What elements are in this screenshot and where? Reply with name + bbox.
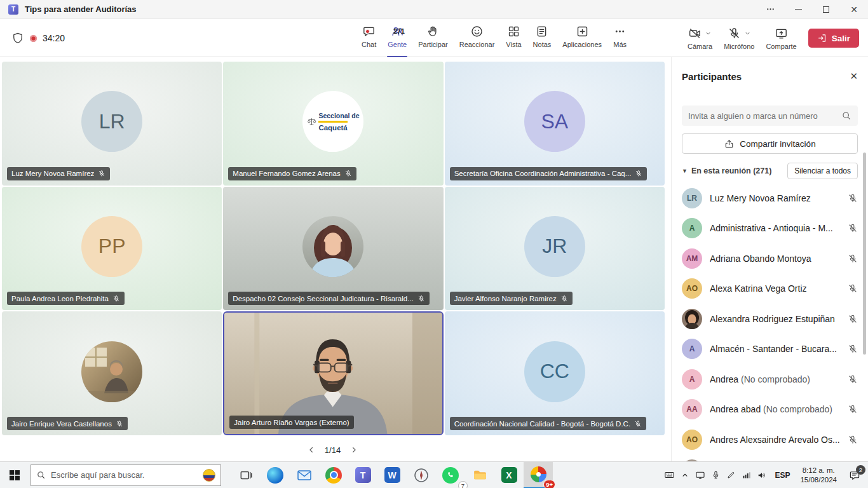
raise-hand-icon	[426, 25, 440, 38]
avatar: A	[682, 218, 702, 238]
close-button[interactable]: ✕	[840, 0, 868, 19]
taskbar-search-input[interactable]	[51, 470, 198, 480]
people-count-badge: 271	[393, 27, 405, 35]
list-item[interactable]: AO Alexa Katrina Vega Ortiz	[672, 274, 868, 304]
taskbar-app-compass[interactable]	[407, 462, 436, 488]
video-tile[interactable]: Jairo Enrique Vera Castellanos	[2, 311, 222, 435]
video-tile[interactable]: Seccional de Caquetá Manuel Fernando Gom…	[223, 62, 443, 186]
video-tile[interactable]: LR Luz Mery Novoa Ramírez	[2, 62, 222, 186]
logo-bar	[318, 121, 348, 123]
search-icon	[36, 470, 46, 480]
maximize-button[interactable]	[812, 0, 840, 19]
list-item[interactable]: A Andrea (No comprobado)	[672, 364, 868, 395]
hidden-icons-chevron-icon[interactable]	[681, 471, 689, 480]
react-button[interactable]: Reaccionar	[454, 19, 501, 57]
meeting-toolbar: 34:20 Chat 271 Gente Participar Reaccion…	[0, 19, 868, 57]
participant-name-tag: Paula Andrea Leon Piedrahita	[7, 292, 125, 305]
list-item[interactable]: Alexandra Rodriguez Estupiñan	[672, 304, 868, 334]
minimize-button[interactable]	[784, 0, 812, 19]
logo-line1: Seccional de	[318, 112, 359, 119]
list-item[interactable]: A Almacén - Santander - Bucara...	[672, 334, 868, 365]
chevron-down-icon[interactable]	[705, 30, 712, 37]
keyboard-language[interactable]: ESP	[773, 471, 792, 480]
mic-off-icon[interactable]	[848, 435, 858, 445]
microphone-control[interactable]: Micrófono	[724, 27, 754, 50]
participant-name-tag: Jairo Arturo Riaño Vargas (Externo)	[229, 416, 353, 429]
start-button[interactable]	[0, 462, 29, 488]
prev-page-icon[interactable]	[307, 445, 316, 454]
people-button[interactable]: 271 Gente	[382, 19, 412, 57]
participant-name: Adriana Obando Montoya	[710, 254, 840, 264]
taskbar-search-box[interactable]	[31, 464, 221, 486]
touch-keyboard-icon[interactable]	[664, 470, 675, 480]
titlebar-more-icon[interactable]	[756, 0, 784, 19]
taskbar-app-active[interactable]: 9+	[524, 462, 553, 488]
mail-icon	[297, 468, 312, 483]
video-tile[interactable]: SA Secretaría Oficina Coordinación Admin…	[445, 62, 665, 186]
share-invitation-label: Compartir invitación	[740, 139, 815, 149]
participant-name-tag: Javier Alfonso Naranjo Ramirez	[450, 292, 573, 305]
taskbar-app-mail[interactable]	[290, 462, 319, 488]
chevron-down-icon[interactable]	[744, 30, 751, 37]
list-item[interactable]: AA Andrea abad (No comprobado)	[672, 395, 868, 425]
list-item[interactable]: A Administrativa - Antioquia - M...	[672, 214, 868, 244]
next-page-icon[interactable]	[349, 445, 358, 454]
invite-search-input[interactable]	[688, 111, 836, 121]
list-item[interactable]: AO Andres Alexsaindre Arevalo Os...	[672, 424, 868, 455]
chat-button[interactable]: Chat	[356, 19, 382, 57]
list-item[interactable]: AM Adriana Obando Montoya	[672, 243, 868, 274]
mic-off-icon[interactable]	[848, 374, 858, 384]
video-tile[interactable]: PP Paula Andrea Leon Piedrahita	[2, 187, 222, 311]
raise-hand-button[interactable]: Participar	[412, 19, 453, 57]
task-view-button[interactable]	[231, 462, 261, 488]
scrollbar-thumb[interactable]	[863, 152, 866, 355]
taskbar-app-teams[interactable]: T	[348, 462, 377, 488]
mic-off-icon[interactable]	[848, 404, 858, 414]
invite-search-box[interactable]	[682, 105, 858, 126]
participant-name-tag: Luz Mery Novoa Ramírez	[7, 167, 110, 180]
video-tile[interactable]: CC Coordinación Nacional Calidad - Bogot…	[445, 311, 665, 435]
mic-off-icon[interactable]	[848, 193, 858, 203]
taskbar-app-whatsapp[interactable]: 7	[436, 462, 465, 488]
video-tile-active-speaker[interactable]: Jairo Arturo Riaño Vargas (Externo)	[223, 311, 443, 435]
mic-off-icon[interactable]	[848, 223, 858, 233]
volume-icon[interactable]	[757, 470, 767, 480]
leave-button[interactable]: Salir	[808, 29, 859, 48]
camera-control[interactable]: Cámara	[688, 27, 712, 50]
mute-all-button[interactable]: Silenciar a todos	[787, 163, 858, 179]
mic-off-icon[interactable]	[848, 314, 858, 324]
display-icon[interactable]	[695, 470, 705, 480]
taskbar-app-word[interactable]: W	[377, 462, 407, 488]
in-meeting-section[interactable]: ▼ En esta reunión (271)	[682, 166, 771, 175]
taskbar-app-chrome[interactable]	[319, 462, 348, 488]
close-panel-icon[interactable]: ✕	[850, 71, 858, 82]
taskbar-app-excel[interactable]: X	[494, 462, 524, 488]
mic-off-icon[interactable]	[848, 254, 858, 264]
avatar: AO	[682, 278, 702, 299]
video-tile[interactable]: Despacho 02 Consejo Seccional Judicatura…	[223, 187, 443, 311]
apps-button[interactable]: Aplicaciones	[557, 19, 607, 57]
network-icon[interactable]	[742, 470, 751, 480]
share-invitation-button[interactable]: Compartir invitación	[682, 133, 858, 154]
pen-icon[interactable]	[726, 470, 736, 480]
windows-logo-icon	[10, 470, 20, 480]
org-logo: Seccional de Caquetá	[302, 91, 363, 152]
mic-off-icon[interactable]	[848, 283, 858, 294]
more-button[interactable]: Más	[607, 19, 632, 57]
mic-off-icon[interactable]	[848, 344, 858, 354]
toolbar-center: Chat 271 Gente Participar Reaccionar Vis…	[356, 19, 632, 57]
avatar: A	[682, 369, 702, 390]
taskbar-app-edge[interactable]	[261, 462, 290, 488]
mic-tray-icon[interactable]	[711, 470, 721, 480]
share-control[interactable]: Comparte	[766, 27, 796, 50]
apps-label: Aplicaciones	[562, 41, 602, 48]
list-item[interactable]: LR Luz Mery Novoa Ramírez	[672, 183, 868, 214]
notes-button[interactable]: Notas	[527, 19, 557, 57]
view-button[interactable]: Vista	[500, 19, 527, 57]
taskbar-app-explorer[interactable]	[465, 462, 494, 488]
compass-icon	[414, 468, 429, 483]
action-center-button[interactable]: 2	[845, 470, 864, 481]
video-tile[interactable]: JR Javier Alfonso Naranjo Ramirez	[445, 187, 665, 311]
taskbar-clock[interactable]: 8:12 a. m. 15/08/2024	[797, 466, 839, 485]
avatar-photo	[81, 341, 142, 402]
